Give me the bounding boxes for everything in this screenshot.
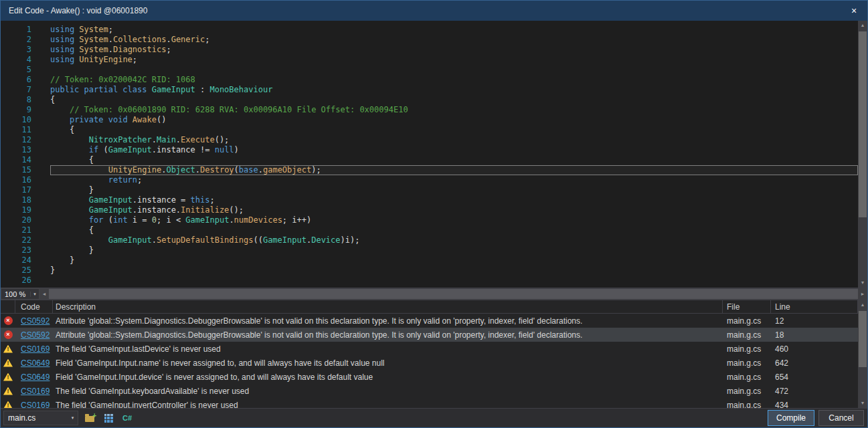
code-token: (); — [215, 135, 230, 144]
error-code-link[interactable]: CS0169 — [21, 344, 50, 354]
error-row[interactable]: !CS0169The field 'GameInput.lastDevice' … — [1, 342, 858, 356]
code-token: } — [50, 255, 74, 265]
code-token: instance — [137, 195, 176, 205]
column-header-line[interactable]: Line — [771, 300, 858, 313]
code-line[interactable]: 3using System.Diagnostics; — [1, 45, 858, 55]
code-token — [50, 135, 89, 144]
close-icon[interactable]: × — [841, 1, 867, 21]
scroll-right-icon[interactable]: ► — [858, 288, 867, 300]
code-line[interactable]: 1using System; — [1, 25, 858, 35]
code-line[interactable]: 15 UnityEngine.Object.Destroy(base.gameO… — [1, 165, 858, 175]
references-grid-button[interactable] — [101, 411, 116, 425]
code-line[interactable]: 21 { — [1, 225, 858, 235]
code-token: UnityEngine — [108, 165, 161, 175]
titlebar[interactable]: Edit Code - Awake() : void @06001890 × — [1, 1, 867, 21]
code-token: { — [50, 95, 55, 104]
code-line[interactable]: 4using UnityEngine; — [1, 55, 858, 65]
code-line[interactable]: 7public partial class GameInput : MonoBe… — [1, 85, 858, 95]
code-line[interactable]: 25} — [1, 265, 858, 276]
line-number: 22 — [1, 235, 39, 245]
error-code-link[interactable]: CS0169 — [21, 401, 50, 409]
code-token — [50, 145, 89, 154]
code-line[interactable]: 20 for (int i = 0; i < GameInput.numDevi… — [1, 215, 858, 225]
code-token: numDevices — [234, 215, 282, 225]
line-number: 9 — [1, 105, 39, 115]
code-line[interactable]: 12 NitroxPatcher.Main.Execute(); — [1, 135, 858, 145]
error-code-link[interactable]: CS0592 — [21, 316, 50, 326]
code-token: Object — [166, 165, 195, 175]
horizontal-scrollbar-thumb[interactable] — [49, 289, 858, 299]
code-lines[interactable]: 1using System;2using System.Collections.… — [1, 21, 858, 288]
error-row[interactable]: !CS0649Field 'GameInput.Input.name' is n… — [1, 356, 858, 370]
error-list-vertical-scrollbar[interactable]: ▲ ▼ — [858, 300, 867, 408]
scroll-up-icon[interactable]: ▲ — [858, 21, 867, 30]
line-number: 25 — [1, 265, 39, 276]
editor-scrollbar-thumb[interactable] — [859, 31, 867, 217]
code-line[interactable]: 14 { — [1, 155, 858, 165]
code-token: GameInput — [89, 195, 133, 205]
zoom-combo[interactable]: 100 % ▾ — [1, 288, 39, 300]
code-text: using System.Collections.Generic; — [50, 35, 858, 45]
error-list-scrollbar-thumb[interactable] — [859, 311, 867, 367]
editor-horizontal-scrollbar[interactable]: ◄ ► — [39, 288, 867, 300]
code-line[interactable]: 6// Token: 0x0200042C RID: 1068 — [1, 75, 858, 85]
code-line[interactable]: 17 } — [1, 185, 858, 195]
code-line[interactable]: 19 GameInput.instance.Initialize(); — [1, 205, 858, 215]
error-row[interactable]: !CS0649Field 'GameInput.Input.device' is… — [1, 370, 858, 384]
error-row[interactable]: !CS0169The field 'GameInput.invertContro… — [1, 398, 858, 408]
column-header-file[interactable]: File — [723, 300, 771, 313]
code-line[interactable]: 10 private void Awake() — [1, 115, 858, 125]
cancel-button[interactable]: Cancel — [818, 410, 864, 426]
code-token: Main — [157, 135, 176, 144]
code-token: private void — [70, 115, 133, 124]
compile-button[interactable]: Compile — [768, 410, 814, 426]
csharp-settings-button[interactable]: C# — [120, 411, 135, 425]
code-line[interactable]: 18 GameInput.instance = this; — [1, 195, 858, 205]
error-code-link[interactable]: CS0649 — [21, 358, 50, 368]
scroll-down-icon[interactable]: ▼ — [858, 399, 867, 408]
error-row[interactable]: ×CS0592Attribute 'global::System.Diagnos… — [1, 328, 858, 342]
error-row[interactable]: ×CS0592Attribute 'global::System.Diagnos… — [1, 314, 858, 328]
code-token: ); — [311, 165, 321, 175]
error-row[interactable]: !CS0169The field 'GameInput.keyboardAvai… — [1, 384, 858, 398]
code-line[interactable]: 13 if (GameInput.instance != null) — [1, 145, 858, 155]
code-line[interactable]: 8{ — [1, 95, 858, 105]
code-line[interactable]: 23 } — [1, 245, 858, 255]
code-token: Diagnostics — [113, 45, 166, 54]
code-token: System — [79, 45, 108, 54]
warning-icon: ! — [3, 373, 13, 381]
code-line[interactable]: 16 return; — [1, 175, 858, 185]
chevron-down-icon[interactable]: ▾ — [30, 292, 39, 297]
code-text: GameInput.SetupDefaultBindings((GameInpu… — [50, 235, 858, 245]
code-token: Initialize — [181, 205, 229, 215]
code-token: ( — [234, 165, 239, 175]
code-line[interactable]: 26 — [1, 276, 858, 286]
editor-vertical-scrollbar[interactable]: ▲ ▼ — [858, 21, 867, 288]
code-token: instance — [137, 205, 176, 215]
column-header-severity — [1, 300, 15, 313]
add-document-button[interactable] — [82, 411, 97, 425]
code-line[interactable]: 9 // Token: 0x06001890 RID: 6288 RVA: 0x… — [1, 105, 858, 115]
column-header-description[interactable]: Description — [53, 300, 723, 313]
error-code-link[interactable]: CS0592 — [21, 330, 50, 340]
scroll-up-icon[interactable]: ▲ — [858, 300, 867, 310]
chevron-down-icon[interactable]: ▾ — [68, 415, 78, 421]
scroll-down-icon[interactable]: ▼ — [858, 278, 867, 288]
code-line[interactable]: 22 GameInput.SetupDefaultBindings((GameI… — [1, 235, 858, 245]
error-code-link[interactable]: CS0169 — [21, 387, 50, 396]
code-token — [50, 215, 89, 225]
code-token: ; — [166, 45, 171, 54]
error-code-cell: CS0169 — [15, 387, 53, 396]
code-line[interactable]: 2using System.Collections.Generic; — [1, 35, 858, 45]
document-combo[interactable]: main.cs ▾ — [3, 411, 78, 425]
error-code-link[interactable]: CS0649 — [21, 372, 50, 382]
code-text: UnityEngine.Object.Destroy(base.gameObje… — [50, 165, 858, 175]
code-line[interactable]: 11 { — [1, 125, 858, 135]
column-header-code[interactable]: Code — [15, 300, 53, 313]
line-number: 6 — [1, 75, 39, 85]
code-line[interactable]: 24 } — [1, 255, 858, 265]
scroll-left-icon[interactable]: ◄ — [39, 288, 49, 300]
code-line[interactable]: 5 — [1, 65, 858, 75]
code-text: using UnityEngine; — [50, 55, 858, 65]
code-editor[interactable]: 1using System;2using System.Collections.… — [1, 21, 867, 288]
